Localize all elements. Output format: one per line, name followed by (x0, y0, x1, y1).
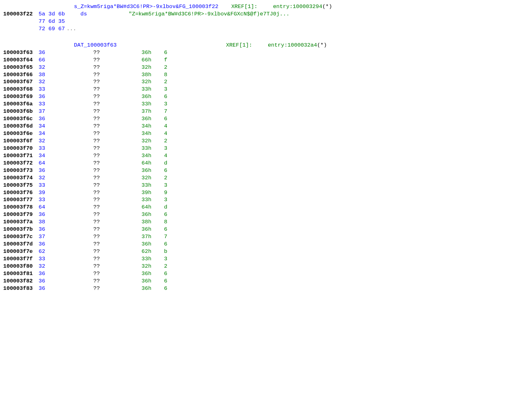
address: 100003f7a (3, 218, 39, 226)
address: 100003f77 (3, 196, 39, 204)
operand-hex: 32h (142, 64, 164, 71)
operand-hex: 32h (142, 138, 164, 145)
data-byte-row[interactable]: 100003f8236??36h6 (3, 278, 529, 285)
data-byte-row[interactable]: 100003f6936??36h6 (3, 93, 529, 101)
raw-byte: 36 (39, 241, 74, 248)
data-byte-row[interactable]: 100003f6732??32h2 (3, 78, 529, 86)
unknown-mnemonic: ?? (74, 196, 142, 204)
raw-byte: 36 (39, 211, 74, 218)
unknown-mnemonic: ?? (74, 138, 142, 145)
data-byte-row[interactable]: 100003f7533??33h3 (3, 182, 529, 189)
string-bytes-row-2: 77 6d 35 (3, 18, 529, 25)
address: 100003f75 (3, 182, 39, 189)
operand-char: 6 (164, 270, 177, 278)
unknown-mnemonic: ?? (74, 226, 142, 233)
data-byte-row[interactable]: 100003f6e34??34h4 (3, 130, 529, 138)
operand-char: 4 (164, 123, 177, 130)
raw-byte: 39 (39, 189, 74, 197)
operand-char: 7 (164, 108, 177, 115)
operand-char: f (164, 57, 177, 64)
data-byte-row[interactable]: 100003f7c37??37h7 (3, 233, 529, 241)
operand-char: b (164, 248, 177, 255)
raw-byte: 38 (39, 218, 74, 226)
unknown-mnemonic: ?? (74, 263, 142, 270)
operand-hex: 33h (142, 86, 164, 93)
raw-byte: 34 (39, 130, 74, 138)
data-byte-row[interactable]: 100003f6466??66hf (3, 57, 529, 64)
operand-hex: 36h (142, 285, 164, 292)
data-byte-row[interactable]: 100003f6b37??37h7 (3, 108, 529, 115)
data-byte-row[interactable]: 100003f7432??32h2 (3, 174, 529, 182)
data-byte-row[interactable]: 100003f7b36??36h6 (3, 226, 529, 233)
data-byte-row[interactable]: 100003f7a38??38h8 (3, 218, 529, 226)
data-byte-row[interactable]: 100003f8336??36h6 (3, 285, 529, 292)
raw-byte: 37 (39, 233, 74, 241)
operand-hex: 36h (142, 49, 164, 57)
unknown-mnemonic: ?? (74, 152, 142, 160)
dat-label[interactable]: DAT_100003f63 (74, 42, 117, 49)
data-byte-row[interactable]: 100003f6f32??32h2 (3, 138, 529, 145)
unknown-mnemonic: ?? (74, 49, 142, 57)
data-byte-row[interactable]: 100003f6833??33h3 (3, 86, 529, 93)
raw-byte: 36 (39, 49, 74, 57)
string-ds-row[interactable]: 100003f22 5a 3d 6b ds "Z=kwm5riga*BW#d3C… (3, 11, 529, 18)
disassembly-listing: s_Z=kwm5riga*BW#d3C6!PR>-9xlbov&FG_10000… (3, 3, 529, 292)
operand-hex: 33h (142, 182, 164, 189)
operand-hex: 66h (142, 57, 164, 64)
unknown-mnemonic: ?? (74, 174, 142, 182)
data-byte-row[interactable]: 100003f8032??32h2 (3, 263, 529, 270)
data-byte-row[interactable]: 100003f6336??36h6 (3, 49, 529, 57)
data-byte-row[interactable]: 100003f6a33??33h3 (3, 101, 529, 108)
data-byte-row[interactable]: 100003f7733??33h3 (3, 196, 529, 204)
raw-byte: 32 (39, 138, 74, 145)
data-byte-row[interactable]: 100003f7639??39h9 (3, 189, 529, 197)
operand-hex: 36h (142, 226, 164, 233)
data-byte-row[interactable]: 100003f7264??64hd (3, 160, 529, 167)
raw-byte: 36 (39, 167, 74, 174)
data-byte-row[interactable]: 100003f6d34??34h4 (3, 123, 529, 130)
operand-hex: 36h (142, 241, 164, 248)
data-byte-row[interactable]: 100003f7e62??62hb (3, 248, 529, 255)
operand-char: 4 (164, 152, 177, 160)
address: 100003f67 (3, 78, 39, 86)
data-byte-row[interactable]: 100003f7033??33h3 (3, 145, 529, 152)
raw-byte: 33 (39, 145, 74, 152)
data-byte-row[interactable]: 100003f8136??36h6 (3, 270, 529, 278)
string-label[interactable]: s_Z=kwm5riga*BW#d3C6!PR>-9xlbov&FG_10000… (74, 3, 218, 11)
data-byte-row[interactable]: 100003f7d36??36h6 (3, 241, 529, 248)
operand-char: 7 (164, 233, 177, 241)
raw-byte: 32 (39, 64, 74, 71)
dat-label-row: DAT_100003f63 XREF[1]: entry:1000032a4(*… (3, 42, 529, 49)
address: 100003f76 (3, 189, 39, 197)
operand-hex: 36h (142, 167, 164, 174)
string-label-row: s_Z=kwm5riga*BW#d3C6!PR>-9xlbov&FG_10000… (3, 3, 529, 11)
operand-hex: 33h (142, 145, 164, 152)
data-byte-row[interactable]: 100003f7936??36h6 (3, 211, 529, 218)
raw-byte: 36 (39, 270, 74, 278)
operand-hex: 64h (142, 204, 164, 211)
data-byte-row[interactable]: 100003f7134??34h4 (3, 152, 529, 160)
data-byte-row[interactable]: 100003f6638??38h8 (3, 71, 529, 79)
address: 100003f6f (3, 138, 39, 145)
raw-byte: 38 (39, 71, 74, 79)
data-byte-row[interactable]: 100003f7f33??33h3 (3, 255, 529, 263)
unknown-mnemonic: ?? (74, 248, 142, 255)
unknown-mnemonic: ?? (74, 160, 142, 167)
raw-byte: 36 (39, 93, 74, 101)
xref-label: XREF[1]: (218, 3, 273, 11)
data-byte-row[interactable]: 100003f6532??32h2 (3, 64, 529, 71)
unknown-mnemonic: ?? (74, 241, 142, 248)
unknown-mnemonic: ?? (74, 115, 142, 123)
data-byte-row[interactable]: 100003f7336??36h6 (3, 167, 529, 174)
data-byte-row[interactable]: 100003f6c36??36h6 (3, 115, 529, 123)
data-byte-row[interactable]: 100003f7864??64hd (3, 204, 529, 211)
operand-hex: 32h (142, 78, 164, 86)
xref-value[interactable]: entry:100003294 (273, 3, 322, 11)
xref-value[interactable]: entry:1000032a4 (268, 42, 317, 49)
operand-hex: 33h (142, 101, 164, 108)
raw-byte: 36 (39, 278, 74, 285)
operand-hex: 34h (142, 130, 164, 138)
operand-hex: 32h (142, 174, 164, 182)
operand-char: d (164, 160, 177, 167)
raw-byte: 64 (39, 160, 74, 167)
